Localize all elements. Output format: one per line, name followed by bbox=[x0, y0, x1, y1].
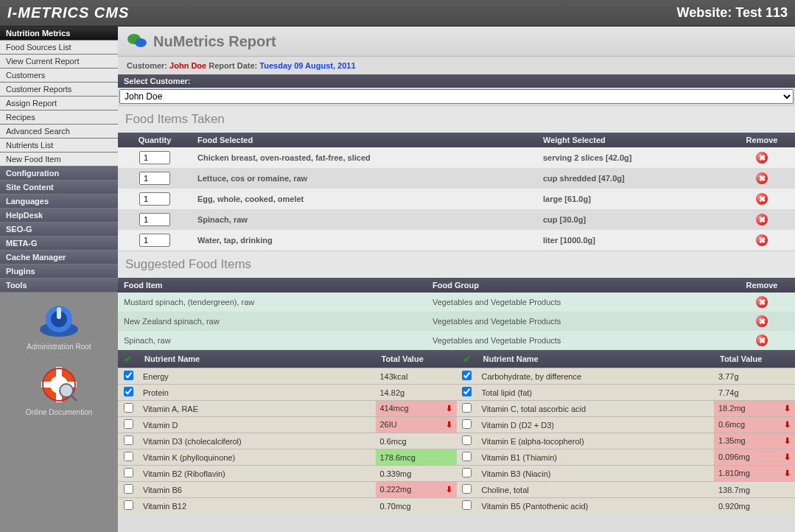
nutrient-name: Vitamin D3 (cholecalciferol) bbox=[139, 433, 376, 449]
table-row: Mustard spinach, (tendergreen), rawVeget… bbox=[118, 293, 795, 312]
nutrient-row: Carbohydrate, by difference3.77g bbox=[457, 368, 796, 385]
remove-button[interactable]: ✖ bbox=[756, 193, 768, 205]
nutrient-checkbox[interactable] bbox=[462, 403, 472, 413]
remove-button[interactable]: ✖ bbox=[756, 234, 768, 246]
food-name: Water, tap, drinking bbox=[192, 230, 537, 251]
checkmark-icon: ✔ bbox=[124, 353, 133, 365]
nutrient-row: Total lipid (fat)7.74g bbox=[457, 385, 796, 401]
nutrient-name: Protein bbox=[139, 385, 376, 401]
weight-selected: liter [1000.0g] bbox=[537, 230, 729, 251]
nav-item[interactable]: Customers bbox=[0, 69, 118, 83]
nav-item[interactable]: Recipes bbox=[0, 111, 118, 125]
nav-section[interactable]: SEO-G bbox=[0, 223, 118, 237]
remove-button[interactable]: ✖ bbox=[756, 315, 768, 327]
nutrient-checkbox[interactable] bbox=[462, 435, 472, 445]
food-name: Chicken breast, oven-roasted, fat-free, … bbox=[192, 147, 537, 168]
nutrient-row: Vitamin A, RAE414mcg⬇ bbox=[118, 401, 457, 417]
nav-section[interactable]: Languages bbox=[0, 195, 118, 209]
nutrient-row: Protein14.82g bbox=[118, 385, 457, 401]
nutrient-checkbox[interactable] bbox=[462, 468, 472, 477]
arrow-down-icon: ⬇ bbox=[446, 420, 452, 430]
nutrient-name: Energy bbox=[139, 368, 376, 385]
nav-item[interactable]: Food Sources List bbox=[0, 41, 118, 55]
nutrient-checkbox[interactable] bbox=[462, 387, 472, 396]
suggested-group: Vegetables and Vegetable Products bbox=[427, 331, 729, 350]
nutrient-checkbox[interactable] bbox=[124, 371, 133, 380]
nutrient-checkbox[interactable] bbox=[124, 500, 133, 510]
main-content: NuMetrics Report Customer: John Doe Repo… bbox=[118, 27, 795, 532]
remove-button[interactable]: ✖ bbox=[756, 152, 768, 164]
checkmark-icon: ✔ bbox=[463, 353, 472, 365]
remove-button[interactable]: ✖ bbox=[756, 172, 768, 184]
suggested-group: Vegetables and Vegetable Products bbox=[427, 312, 729, 331]
nutrient-checkbox[interactable] bbox=[462, 371, 472, 380]
remove-button[interactable]: ✖ bbox=[756, 296, 768, 308]
nutrient-checkbox[interactable] bbox=[124, 419, 133, 429]
nutrient-name: Vitamin E (alpha-tocopherol) bbox=[477, 433, 715, 449]
nav-section[interactable]: Plugins bbox=[0, 265, 118, 279]
nutrient-row: Vitamin B1 (Thiamin)0.096mg⬇ bbox=[457, 449, 796, 466]
nutrient-value: 0.222mg⬇ bbox=[376, 482, 457, 498]
table-row: New Zealand spinach, rawVegetables and V… bbox=[118, 312, 795, 331]
col-food-group: Food Group bbox=[427, 278, 729, 293]
quantity-input[interactable] bbox=[139, 192, 170, 206]
table-row: Lettuce, cos or romaine, rawcup shredded… bbox=[118, 168, 795, 189]
nutrient-name: Vitamin B2 (Riboflavin) bbox=[139, 466, 376, 482]
nav-item[interactable]: Advanced Search bbox=[0, 125, 118, 139]
nutrient-value: 0.70mcg bbox=[376, 498, 457, 514]
nav-section[interactable]: HelpDesk bbox=[0, 209, 118, 223]
nutrient-row: Choline, total138.7mg bbox=[457, 482, 796, 498]
admin-root-link[interactable]: Administration Root bbox=[0, 293, 118, 358]
col-check-right: ✔ bbox=[457, 350, 477, 368]
customer-select[interactable]: John Doe bbox=[119, 89, 794, 104]
nav-item[interactable]: Nutrients List bbox=[0, 139, 118, 153]
suggested-item: Mustard spinach, (tendergreen), raw bbox=[118, 293, 427, 312]
nutrient-value: 0.096mg⬇ bbox=[714, 449, 795, 466]
online-doc-link[interactable]: Online Documention bbox=[0, 358, 118, 424]
nutrient-value: 26IU⬇ bbox=[376, 417, 457, 433]
arrow-down-icon: ⬇ bbox=[784, 404, 791, 413]
nutrient-checkbox[interactable] bbox=[124, 387, 133, 396]
nav-section[interactable]: META-G bbox=[0, 237, 118, 251]
nav-item[interactable]: Customer Reports bbox=[0, 83, 118, 97]
nav-section[interactable]: Configuration bbox=[0, 167, 118, 181]
nutrient-value: 414mcg⬇ bbox=[376, 401, 457, 417]
nav-item[interactable]: View Current Report bbox=[0, 55, 118, 69]
nutrient-checkbox[interactable] bbox=[462, 500, 472, 510]
remove-button[interactable]: ✖ bbox=[756, 214, 768, 225]
nav-section[interactable]: Cache Manager bbox=[0, 251, 118, 265]
nav-item[interactable]: Assign Report bbox=[0, 97, 118, 111]
nutrient-checkbox[interactable] bbox=[124, 468, 133, 477]
col-remove: Remove bbox=[729, 133, 795, 147]
arrow-down-icon: ⬇ bbox=[784, 469, 791, 478]
quantity-input[interactable] bbox=[139, 151, 170, 164]
nutrient-checkbox[interactable] bbox=[124, 403, 133, 413]
brand: I-METRICS CMS bbox=[7, 4, 129, 21]
nutrient-name: Carbohydrate, by difference bbox=[477, 368, 715, 385]
nutrient-checkbox[interactable] bbox=[124, 484, 133, 494]
suggested-title: Suggested Food Items bbox=[118, 251, 795, 278]
nutrient-row: Vitamin E (alpha-tocopherol)1.35mg⬇ bbox=[457, 433, 796, 449]
nav-section[interactable]: Site Content bbox=[0, 181, 118, 195]
quantity-input[interactable] bbox=[139, 213, 170, 226]
nutrient-value: 14.82g bbox=[376, 385, 457, 401]
nutrient-checkbox[interactable] bbox=[124, 435, 133, 445]
nutrient-value: 18.2mg⬇ bbox=[714, 401, 795, 417]
col-check-left: ✔ bbox=[118, 350, 139, 368]
nutrient-value: 178.6mcg bbox=[376, 449, 457, 466]
nutrient-checkbox[interactable] bbox=[462, 484, 472, 494]
col-quantity: Quantity bbox=[118, 133, 192, 147]
quantity-input[interactable] bbox=[139, 234, 170, 247]
nutrient-checkbox[interactable] bbox=[462, 419, 472, 429]
col-total-value-right: Total Value bbox=[714, 350, 795, 368]
quantity-input[interactable] bbox=[139, 172, 170, 185]
remove-button[interactable]: ✖ bbox=[756, 335, 768, 346]
nutrient-checkbox[interactable] bbox=[462, 452, 472, 461]
nutrient-row: Vitamin B60.222mg⬇ bbox=[118, 482, 457, 498]
nav-nutrition-metrics[interactable]: Nutrition Metrics bbox=[0, 27, 118, 41]
nutrient-checkbox[interactable] bbox=[124, 452, 133, 461]
col-food-item: Food Item bbox=[118, 278, 427, 293]
food-name: Spinach, raw bbox=[192, 209, 537, 230]
nav-section[interactable]: Tools bbox=[0, 279, 118, 293]
nav-item[interactable]: New Food Item bbox=[0, 153, 118, 167]
